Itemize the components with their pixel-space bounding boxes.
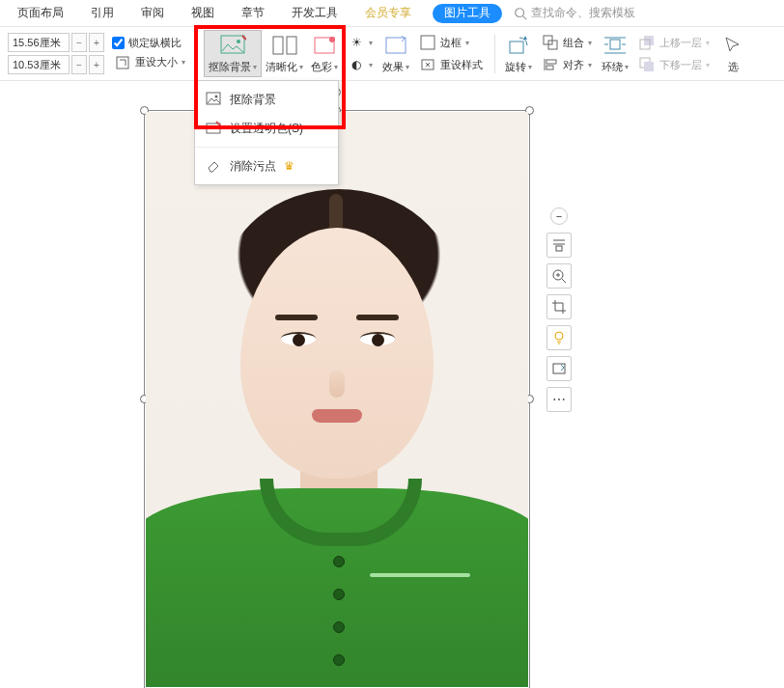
photo-eye — [281, 332, 316, 345]
bring-forward-icon — [638, 34, 656, 51]
tab-picture-tools[interactable]: 图片工具 — [433, 4, 502, 23]
menu-chapter[interactable]: 章节 — [228, 0, 278, 27]
svg-rect-2 — [117, 57, 128, 69]
dropdown-set-transparent-label: 设置透明色(S) — [230, 121, 303, 137]
width-input[interactable] — [8, 55, 70, 74]
separator — [197, 35, 198, 73]
set-transparent-icon — [205, 120, 222, 137]
chevron-down-icon: ▾ — [406, 63, 409, 71]
recolor-icon — [551, 361, 567, 376]
color-icon — [311, 33, 338, 58]
menu-devtools[interactable]: 开发工具 — [278, 0, 351, 27]
chevron-down-icon: ▾ — [706, 61, 710, 69]
border-reset: 边框 ▾ 重设样式 — [413, 29, 489, 78]
chevron-down-icon: ▾ — [253, 63, 257, 71]
selection-frame[interactable] — [144, 110, 530, 688]
svg-rect-29 — [207, 124, 220, 133]
tool-idea[interactable] — [546, 325, 572, 350]
align-button[interactable]: 对齐 ▾ — [540, 55, 594, 74]
rotate-button[interactable]: 旋转▾ — [501, 31, 536, 76]
svg-point-4 — [237, 40, 240, 43]
reset-style-label: 重设样式 — [440, 58, 483, 72]
dropdown-set-transparent[interactable]: 设置透明色(S) — [195, 114, 338, 143]
chevron-down-icon: ▾ — [465, 39, 469, 47]
height-decr[interactable]: − — [71, 33, 87, 52]
width-incr[interactable]: + — [89, 55, 104, 74]
menu-view[interactable]: 视图 — [178, 0, 228, 27]
svg-rect-18 — [610, 40, 620, 49]
effect-icon — [382, 33, 409, 58]
select-icon — [719, 33, 746, 58]
photo-brow — [356, 315, 399, 320]
separator — [195, 147, 338, 148]
reset-size-button[interactable]: 重设大小 ▾ — [112, 53, 187, 72]
remove-bg-button[interactable]: 抠除背景▾ — [204, 30, 262, 77]
remove-bg-icon — [219, 33, 246, 58]
svg-point-8 — [329, 37, 335, 42]
contrast-icon: ◐ — [348, 56, 365, 73]
height-input[interactable] — [8, 33, 70, 52]
reset-size-label: 重设大小 — [135, 55, 178, 69]
search-placeholder: 查找命令、搜索模板 — [531, 5, 635, 21]
selected-image[interactable] — [146, 112, 528, 687]
group-align: 组合 ▾ 对齐 ▾ — [536, 29, 598, 78]
tool-more[interactable]: ⋯ — [546, 387, 572, 412]
wrap-icon — [602, 33, 629, 58]
chevron-down-icon: ▾ — [625, 63, 629, 71]
effect-label: 效果 — [382, 60, 404, 74]
reset-style-button[interactable]: 重设样式 — [417, 55, 485, 74]
remove-bg-label: 抠除背景 — [209, 60, 251, 74]
svg-rect-23 — [644, 36, 654, 45]
lock-aspect-input[interactable] — [112, 37, 125, 49]
svg-line-34 — [562, 279, 566, 283]
search-box[interactable]: 查找命令、搜索模板 — [514, 5, 635, 21]
color-label: 色彩 — [311, 60, 332, 74]
group-button[interactable]: 组合 ▾ — [540, 33, 594, 52]
chevron-down-icon: ▾ — [588, 61, 592, 69]
separator — [494, 35, 495, 73]
menu-premium[interactable]: 会员专享 — [351, 0, 425, 27]
svg-rect-17 — [546, 66, 553, 69]
chevron-down-icon: ▾ — [528, 63, 532, 71]
height-incr[interactable]: + — [89, 33, 104, 52]
svg-rect-16 — [546, 60, 556, 64]
svg-line-1 — [523, 15, 527, 19]
floating-toolbar: − ⋯ — [546, 207, 572, 412]
svg-point-0 — [516, 8, 524, 16]
photo-nose — [329, 371, 345, 398]
menu-page-layout[interactable]: 页面布局 — [4, 0, 77, 27]
width-decr[interactable]: − — [71, 55, 87, 74]
dropdown-remove-spots-label: 消除污点 — [230, 158, 276, 175]
wrap-button[interactable]: 环绕▾ — [598, 31, 632, 76]
border-button[interactable]: 边框 ▾ — [417, 33, 485, 52]
dropdown-remove-spots[interactable]: 消除污点 ♛ — [195, 151, 338, 180]
brightness-button[interactable]: ☀ ▾ — [346, 33, 375, 52]
group-label: 组合 — [563, 36, 584, 50]
photo-pocket — [370, 573, 470, 577]
lock-aspect-label: 锁定纵横比 — [128, 36, 182, 50]
lock-aspect-checkbox[interactable]: 锁定纵横比 — [112, 36, 187, 50]
contrast-button[interactable]: ◐ ▾ — [346, 55, 375, 74]
tool-crop[interactable] — [546, 294, 572, 319]
dropdown-remove-bg[interactable]: 抠除背景 — [195, 85, 338, 114]
group-icon — [542, 34, 559, 51]
svg-rect-26 — [644, 62, 654, 71]
remove-bg-icon — [205, 91, 222, 108]
menu-review[interactable]: 审阅 — [127, 0, 178, 27]
bring-forward-button[interactable]: 上移一层 ▾ — [636, 33, 712, 52]
layout-icon — [551, 237, 567, 253]
chevron-down-icon: ▾ — [706, 39, 710, 47]
select-button[interactable]: 选 — [715, 31, 746, 76]
collapse-button[interactable]: − — [550, 207, 568, 225]
color-button[interactable]: 色彩▾ — [307, 31, 342, 76]
menu-reference[interactable]: 引用 — [77, 0, 127, 27]
tool-layout[interactable] — [546, 233, 572, 258]
effect-button[interactable]: 效果▾ — [378, 31, 413, 76]
clarity-button[interactable]: 清晰化▾ — [262, 31, 307, 76]
tool-recolor[interactable] — [546, 356, 572, 381]
tool-zoom[interactable] — [546, 263, 572, 289]
send-backward-button[interactable]: 下移一层 ▾ — [636, 55, 712, 74]
svg-point-37 — [555, 332, 563, 340]
rotate-label: 旋转 — [505, 60, 526, 74]
clarity-icon — [271, 33, 298, 58]
